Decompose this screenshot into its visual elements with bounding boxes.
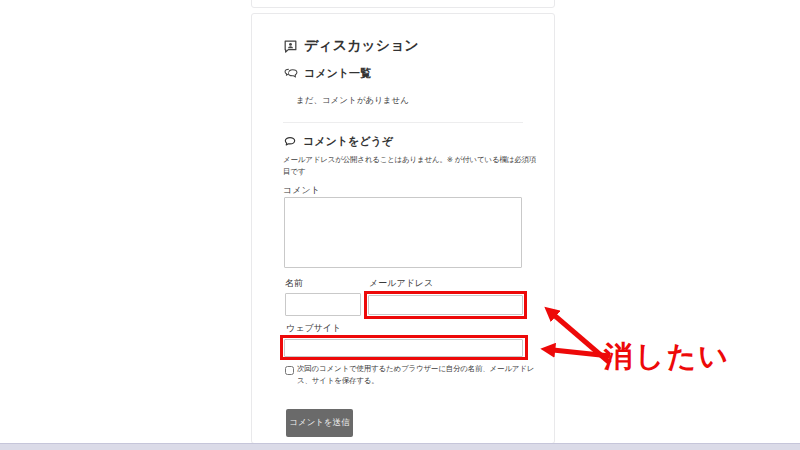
bottom-page-bar [0,443,800,450]
form-note-line1: メールアドレスが公開されることはありません。※ が付いている欄は必須項 [283,155,536,165]
speech-bubble-outline-icon [283,135,297,149]
comment-list-heading-row: コメント一覧 [284,66,371,81]
submit-comment-button[interactable]: コメントを送信 [286,409,353,437]
annotation-label: 消したい [604,337,730,377]
discussion-title: ディスカッション [304,37,419,55]
comment-form-heading: コメントをどうぞ [303,134,393,149]
page: ディスカッション コメント一覧 まだ、コメントがありません コメントをどうぞ メ… [0,0,800,450]
comment-label: コメント [283,184,320,197]
arrow-to-email-box [554,315,610,363]
name-label: 名前 [285,277,303,290]
save-info-line2: ス、サイトを保存する。 [297,376,379,386]
no-comments-message: まだ、コメントがありません [296,95,409,107]
name-input[interactable] [285,293,361,316]
discussion-title-row: ディスカッション [283,37,419,55]
website-input[interactable] [284,339,523,357]
discussion-bubble-person-icon [283,39,298,54]
comment-textarea[interactable] [284,197,522,268]
comment-form-heading-row: コメントをどうぞ [283,134,393,149]
comment-list-heading: コメント一覧 [304,66,371,81]
form-note-line2: 目です [283,167,305,177]
arrow-to-website-box [553,350,610,356]
double-speech-bubbles-icon [284,67,298,80]
save-info-checkbox[interactable] [285,366,294,375]
previous-section-card [251,0,555,8]
section-divider [283,122,523,123]
website-label: ウェブサイト [286,322,341,335]
email-label: メールアドレス [369,277,433,290]
save-info-line1: 次回のコメントで使用するためブラウザーに自分の名前、メールアドレ [297,364,534,374]
email-input[interactable] [368,295,523,315]
